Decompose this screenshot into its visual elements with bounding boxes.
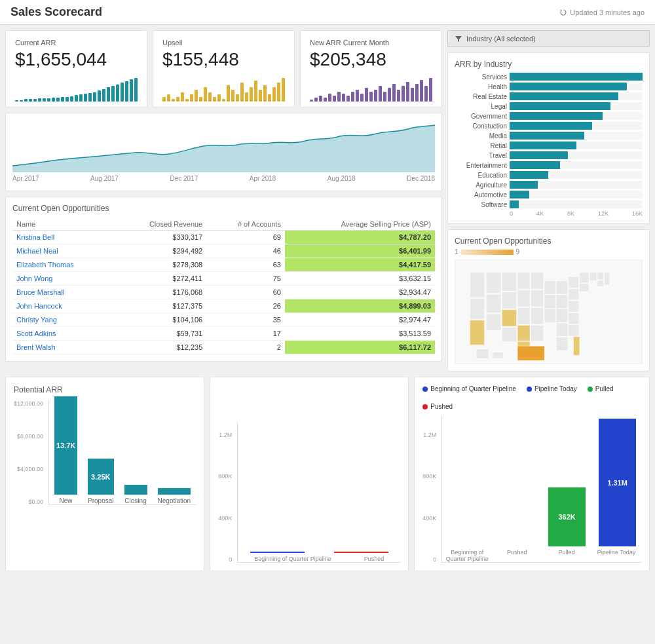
rep-name[interactable]: Elizabeth Thomas	[12, 258, 113, 272]
legend-item: Beginning of Quarter Pipeline	[422, 385, 516, 392]
left-panel: Current ARR $1,655,044 Upsell $155,448 N…	[5, 30, 442, 371]
kpi-bar	[406, 82, 409, 102]
kpi-bar	[383, 92, 386, 102]
kpi-bar	[70, 96, 73, 102]
filter-bar[interactable]: Industry (All selected)	[447, 30, 650, 47]
svg-rect-42	[493, 352, 503, 358]
industry-row: Entertainment	[455, 161, 643, 169]
kpi-bar	[240, 83, 244, 102]
industry-label: Software	[455, 201, 507, 208]
account-count: 35	[206, 313, 285, 327]
kpi-bar	[88, 93, 92, 102]
kpi-bar	[121, 83, 124, 102]
update-timestamp: Updated 3 minutes ago	[559, 9, 645, 16]
kpi-bar	[43, 98, 46, 102]
legend-item: Pipeline Today	[527, 385, 577, 392]
kpi-bar	[107, 87, 110, 102]
kpi-bar	[24, 99, 28, 102]
svg-rect-18	[531, 308, 544, 324]
kpi-bar	[47, 98, 50, 102]
industry-bar	[510, 112, 603, 120]
svg-rect-37	[590, 273, 597, 281]
kpi-bar	[167, 94, 170, 102]
kpi-bar	[172, 99, 175, 102]
us-map	[455, 259, 643, 364]
industry-axis: 0 4K 8K 12K 16K	[455, 210, 643, 217]
kpi-bar	[392, 84, 396, 102]
kpi-bar	[79, 94, 83, 102]
industry-row: Real Estate	[455, 92, 643, 100]
pipeline-waterfall-card: 1.2M 800K 400K 0 Beginning of Quarter Pi…	[210, 377, 409, 571]
svg-rect-32	[569, 313, 579, 324]
industry-row: Constuction	[455, 122, 643, 130]
industry-title: ARR by Industry	[455, 60, 643, 69]
kpi-bar	[415, 84, 419, 102]
industry-bar	[510, 171, 548, 179]
svg-rect-20	[517, 346, 544, 360]
account-count: 69	[206, 231, 285, 244]
svg-rect-5	[487, 294, 501, 313]
rep-name[interactable]: Michael Neal	[12, 244, 113, 258]
industry-label: Constuction	[455, 123, 507, 130]
legend-dot	[588, 387, 593, 392]
svg-rect-9	[502, 310, 516, 326]
arr-bar	[158, 488, 191, 495]
account-count: 75	[206, 272, 285, 286]
industry-label: Services	[455, 73, 507, 81]
rep-name[interactable]: John Wong	[12, 272, 113, 286]
svg-rect-40	[605, 273, 610, 285]
pipeline-bar-col: 362K	[548, 487, 586, 546]
industry-label: Real Estate	[455, 93, 507, 100]
rep-name[interactable]: John Hancock	[12, 299, 113, 313]
kpi-bar	[250, 87, 253, 102]
svg-rect-39	[597, 280, 603, 286]
pipeline-mid-bars	[238, 422, 400, 553]
kpi-bar	[125, 81, 128, 102]
kpi-bar	[20, 100, 23, 102]
svg-rect-27	[557, 323, 568, 337]
industry-label: Health	[455, 83, 507, 90]
filter-icon	[455, 35, 462, 43]
industry-label: Travel	[455, 152, 507, 159]
kpi-chart-new-arr	[310, 75, 432, 102]
kpi-bar	[369, 92, 373, 102]
industry-bar	[510, 122, 592, 130]
rep-name[interactable]: Scott Adkins	[12, 327, 113, 341]
kpi-bar	[254, 81, 257, 102]
industry-label: Government	[455, 113, 507, 120]
rep-name[interactable]: Kristina Bell	[12, 231, 113, 244]
svg-rect-34	[573, 337, 579, 355]
main-content: Current ARR $1,655,044 Upsell $155,448 N…	[0, 25, 655, 577]
kpi-bar	[282, 78, 285, 102]
kpi-bar	[424, 86, 428, 102]
mid-bar-col	[327, 552, 395, 553]
industry-row: Software	[455, 200, 643, 208]
kpi-bar	[213, 97, 216, 102]
rep-name[interactable]: Christy Yang	[12, 313, 113, 327]
kpi-bar	[33, 99, 37, 102]
svg-rect-22	[544, 295, 555, 309]
kpi-bar	[181, 92, 184, 102]
kpi-bar	[204, 87, 207, 102]
pipeline-bar: 1.31M	[599, 419, 636, 546]
svg-rect-13	[517, 308, 530, 324]
asp-value: $4,417.59	[285, 258, 435, 272]
industry-label: Retial	[455, 142, 507, 149]
closed-revenue: $104,106	[113, 313, 206, 327]
kpi-bar	[328, 94, 331, 102]
rep-name[interactable]: Brent Walsh	[12, 341, 113, 354]
rep-name[interactable]: Bruce Marshall	[12, 286, 113, 299]
kpi-bar	[102, 89, 105, 102]
kpi-bar	[356, 90, 359, 102]
filter-label: Industry (All selected)	[466, 35, 536, 43]
account-count: 17	[206, 327, 285, 341]
kpi-bar	[420, 80, 423, 102]
page-title: Sales Scorecard	[10, 5, 102, 19]
arr-bar-label: Proposal	[88, 497, 113, 504]
kpi-bar	[333, 96, 336, 102]
mid-bar	[334, 552, 388, 553]
arr-bar	[124, 485, 147, 495]
closed-revenue: $12,235	[113, 341, 206, 354]
industry-chart-card: ARR by Industry Services Health Real Est…	[447, 52, 650, 224]
svg-rect-24	[557, 281, 568, 295]
